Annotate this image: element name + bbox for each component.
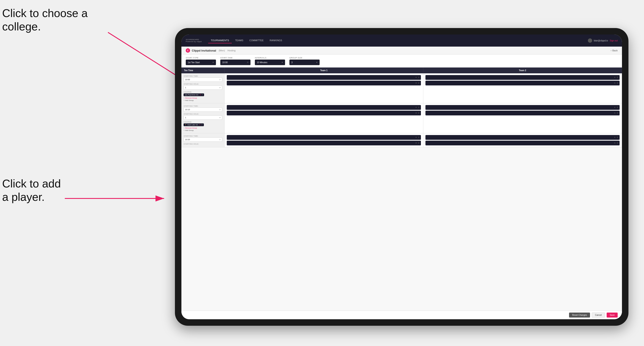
nav-tab-committee[interactable]: COMMITTEE: [247, 38, 266, 43]
nav-tab-teams[interactable]: TEAMS: [232, 38, 246, 43]
slot-close-icon[interactable]: ✕: [614, 106, 616, 109]
player-slot-1-2[interactable]: ✕ ⇕: [227, 81, 421, 85]
starting-hole-input-1[interactable]: 1▼: [184, 85, 222, 90]
app-logo-text: SCOREBOARD: [186, 39, 202, 40]
nav-tabs: TOURNAMENTS TEAMS COMMITTEE RANKINGS: [208, 38, 588, 43]
intervals-group: Intervals 10 Minutes ▼: [255, 57, 285, 65]
slot-move-icon[interactable]: ⇕: [418, 106, 420, 109]
team1-cell-1: ✕ ⇕ ✕ ⇕: [224, 73, 423, 103]
start-type-select[interactable]: 1st Tee Start ▼: [186, 59, 216, 65]
slot-close-icon[interactable]: ✕: [415, 82, 417, 84]
col-tee-time: Tee Time: [182, 67, 224, 73]
starting-time-label-3: STARTING TIME:: [184, 135, 222, 137]
start-type-label: Start Type: [186, 57, 216, 59]
player-slot-6-1[interactable]: ✕ ⇕: [426, 135, 620, 140]
slot-move-icon[interactable]: ⇕: [616, 142, 618, 144]
group-left-2: STARTING TIME: 10:10⏱ STARTING HOLE: 1▼ …: [182, 103, 224, 133]
slot-close-icon[interactable]: ✕: [415, 136, 417, 139]
table-header: Tee Time Team 1 Team 2: [182, 67, 622, 73]
group-row-2: STARTING TIME: 10:10⏱ STARTING HOLE: 1▼ …: [182, 103, 622, 133]
team2-cell-3: ✕ ⇕ ✕ ⇕: [423, 133, 622, 147]
slot-close-icon[interactable]: ✕: [614, 136, 616, 139]
slot-move-icon[interactable]: ⇕: [616, 76, 618, 79]
starting-time-label-2: STARTING TIME:: [184, 105, 222, 107]
player-slot-4-1[interactable]: ✕ ⇕: [426, 105, 620, 110]
player-slot-1-1[interactable]: ✕ ⇕: [227, 75, 421, 80]
clippd-logo: C: [186, 48, 190, 53]
slot-move-icon[interactable]: ⇕: [418, 136, 420, 139]
nav-tab-tournaments[interactable]: TOURNAMENTS: [208, 38, 232, 43]
starting-hole-label-1: STARTING HOLE:: [184, 83, 222, 85]
starting-hole-input-2[interactable]: 1▼: [184, 115, 222, 120]
slot-move-icon[interactable]: ⇕: [616, 112, 618, 114]
starting-time-label-1: STARTING TIME:: [184, 75, 222, 77]
page-header: C Clippd Invitational (Men) Hosting ‹ Ba…: [182, 47, 622, 55]
group-left-3: STARTING TIME: 10:20⏱ STARTING HOLE:: [182, 133, 224, 147]
slot-close-icon[interactable]: ✕: [614, 142, 616, 144]
player-slot-2-1[interactable]: ✕ ⇕: [426, 75, 620, 80]
slot-close-icon[interactable]: ✕: [614, 112, 616, 114]
page-footer: Reset Changes Cancel Save: [182, 311, 622, 319]
sign-out-link[interactable]: Sign out: [610, 39, 618, 42]
nav-tab-rankings[interactable]: RANKINGS: [267, 38, 285, 43]
remove-group-1[interactable]: ○Remove Group: [184, 97, 222, 99]
group-row-1: STARTING TIME: 10:00⏱ STARTING HOLE: 1▼ …: [182, 73, 622, 103]
add-group-1[interactable]: +Add Group: [184, 99, 222, 101]
team1-cell-2: ✕ ⇕ ✕ ⇕: [224, 103, 423, 133]
slot-move-icon[interactable]: ⇕: [616, 106, 618, 109]
tournament-gender: (Men): [219, 49, 225, 52]
intervals-select[interactable]: 10 Minutes ▼: [255, 59, 285, 65]
starting-time-input-3[interactable]: 10:20⏱: [184, 137, 222, 142]
player-slot-2-2[interactable]: ✕ ⇕: [426, 81, 620, 85]
slot-move-icon[interactable]: ⇕: [418, 142, 420, 144]
group-size-select[interactable]: 3 ▼: [290, 59, 320, 65]
slot-close-icon[interactable]: ✕: [415, 112, 417, 114]
annotation-choose-college: Click to choose a college.: [2, 6, 88, 33]
player-slot-4-2[interactable]: ✕ ⇕: [426, 111, 620, 115]
course-tag-1: (A) Peachtree GC ✕ ≡: [184, 93, 204, 96]
player-slot-3-1[interactable]: ✕ ⇕: [227, 105, 421, 110]
slot-close-icon[interactable]: ✕: [614, 82, 616, 84]
group-size-group: Group Size 3 ▼: [290, 57, 320, 65]
save-button[interactable]: Save: [607, 313, 618, 318]
group-size-label: Group Size: [290, 57, 320, 59]
slot-move-icon[interactable]: ⇕: [418, 76, 420, 79]
hosting-label: Hosting: [228, 49, 236, 52]
app-logo-sub: Powered by clippd: [186, 40, 202, 42]
nav-user: blair@clippd.io Sign out: [588, 38, 618, 43]
start-time-label: Start Time: [220, 57, 250, 59]
page-title-row: C Clippd Invitational (Men) Hosting: [186, 48, 236, 53]
player-slot-3-2[interactable]: ✕ ⇕: [227, 111, 421, 115]
slot-move-icon[interactable]: ⇕: [418, 82, 420, 84]
col-team2: Team 2: [423, 67, 622, 73]
slot-move-icon[interactable]: ⇕: [616, 136, 618, 139]
course-tag-2: 🏌 East Lake GC ✕ ≡: [184, 123, 204, 126]
remove-group-2[interactable]: ○Remove Group: [184, 127, 222, 129]
slot-close-icon[interactable]: ✕: [415, 142, 417, 144]
tournament-name: Clippd Invitational: [192, 49, 216, 52]
annotation-add-player: Click to add a player.: [2, 177, 61, 204]
group-left-1: STARTING TIME: 10:00⏱ STARTING HOLE: 1▼ …: [182, 73, 224, 103]
main-table: Tee Time Team 1 Team 2 STARTING TIME: 10…: [182, 67, 622, 311]
slot-close-icon[interactable]: ✕: [415, 106, 417, 109]
cancel-button[interactable]: Cancel: [592, 313, 605, 318]
group-row-3: STARTING TIME: 10:20⏱ STARTING HOLE: ✕ ⇕: [182, 133, 622, 147]
slot-close-icon[interactable]: ✕: [415, 76, 417, 79]
slot-move-icon[interactable]: ⇕: [418, 112, 420, 114]
player-slot-5-1[interactable]: ✕ ⇕: [227, 135, 421, 140]
team1-cell-3: ✕ ⇕ ✕ ⇕: [224, 133, 423, 147]
tablet-screen: SCOREBOARD Powered by clippd TOURNAMENTS…: [182, 34, 622, 319]
course-label-1: COURSE:: [184, 91, 222, 93]
add-group-2[interactable]: +Add Group: [184, 129, 222, 131]
starting-time-input-1[interactable]: 10:00⏱: [184, 77, 222, 82]
slot-move-icon[interactable]: ⇕: [616, 82, 618, 84]
team2-cell-1: ✕ ⇕ ✕ ⇕: [423, 73, 622, 103]
slot-close-icon[interactable]: ✕: [614, 76, 616, 79]
starting-time-input-2[interactable]: 10:10⏱: [184, 107, 222, 112]
player-slot-5-2[interactable]: ✕ ⇕: [227, 141, 421, 145]
back-button[interactable]: ‹ Back: [611, 49, 618, 52]
start-time-input[interactable]: 10:00 ⏱: [220, 59, 250, 65]
reset-button[interactable]: Reset Changes: [569, 313, 590, 318]
player-slot-6-2[interactable]: ✕ ⇕: [426, 141, 620, 145]
course-label-2: COURSE:: [184, 121, 222, 123]
